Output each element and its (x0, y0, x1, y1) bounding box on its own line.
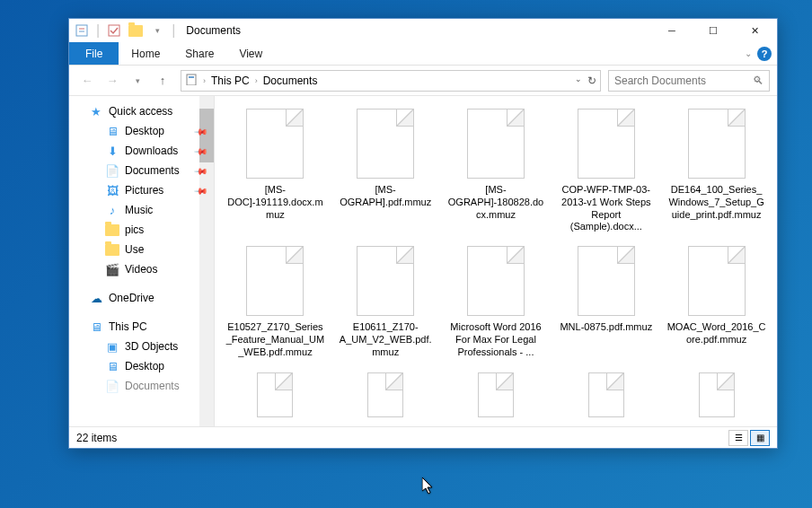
sidebar-item-label: Use (125, 243, 144, 256)
tab-home[interactable]: Home (119, 42, 172, 65)
checkbox-icon[interactable] (107, 23, 121, 38)
file-name: COP-WFP-TMP-03-2013-v1 Work Steps Report… (557, 184, 656, 233)
file-icon (357, 246, 414, 316)
mouse-cursor (422, 477, 435, 495)
file-item[interactable]: [MS-DOC]-191119.docx.mmuz (222, 105, 329, 237)
folder-icon[interactable] (128, 23, 143, 38)
ribbon-chevron-icon[interactable]: ⌄ (745, 48, 752, 58)
file-icon (367, 372, 403, 417)
main-area: ★ Quick access 🖥Desktop📌 ⬇Downloads📌 📄Do… (69, 96, 777, 426)
sidebar-item-label: Pictures (125, 184, 163, 197)
file-item-partial[interactable] (552, 369, 659, 426)
search-icon[interactable]: 🔍︎ (753, 74, 763, 87)
tab-view[interactable]: View (226, 42, 275, 65)
music-icon: ♪ (105, 203, 119, 217)
file-icon (246, 109, 304, 179)
file-item[interactable]: MOAC_Word_2016_Core.pdf.mmuz (663, 242, 770, 362)
sidebar-item-3dobjects[interactable]: ▣3D Objects (69, 337, 214, 356)
file-item[interactable]: MNL-0875.pdf.mmuz (552, 242, 659, 362)
chevron-right-icon[interactable]: › (255, 76, 258, 85)
dropdown-icon[interactable]: ▾ (150, 23, 164, 38)
sidebar-item-label: Downloads (125, 145, 178, 157)
file-item[interactable]: COP-WFP-TMP-03-2013-v1 Work Steps Report… (552, 105, 659, 237)
file-list-pane[interactable]: [MS-DOC]-191119.docx.mmuz[MS-OGRAPH].pdf… (215, 96, 777, 426)
desktop-icon: 🖥 (105, 124, 119, 138)
sidebar-item-documents[interactable]: 📄Documents📌 (69, 161, 214, 180)
sidebar-onedrive[interactable]: ☁OneDrive (69, 288, 214, 308)
file-item[interactable]: [MS-OGRAPH].pdf.mmuz (332, 105, 439, 237)
file-name: [MS-DOC]-191119.docx.mmuz (225, 184, 324, 221)
ribbon-tabs: File Home Share View ⌄ ? (69, 42, 777, 66)
up-button[interactable]: ↑ (152, 70, 173, 92)
sidebar-item-documents-pc[interactable]: 📄Documents (69, 376, 214, 396)
divider: | (172, 22, 175, 39)
recent-dropdown[interactable]: ▾ (127, 70, 148, 92)
chevron-right-icon[interactable]: › (203, 76, 206, 85)
file-name: MOAC_Word_2016_Core.pdf.mmuz (667, 321, 766, 346)
icons-view-button[interactable]: ▦ (750, 430, 770, 446)
file-tab[interactable]: File (69, 42, 119, 65)
sidebar-item-downloads[interactable]: ⬇Downloads📌 (69, 141, 214, 161)
help-icon[interactable]: ? (757, 47, 772, 61)
sidebar-item-label: Desktop (125, 125, 164, 137)
breadcrumb-thispc[interactable]: This PC (211, 74, 250, 87)
details-view-button[interactable]: ☰ (728, 430, 748, 446)
sidebar-item-label: Documents (125, 380, 180, 392)
search-box[interactable]: 🔍︎ (608, 70, 770, 92)
minimize-button[interactable]: ─ (651, 19, 693, 42)
address-bar[interactable]: › This PC › Documents ⌄ ↻ (181, 70, 601, 92)
file-item[interactable]: DE164_100_Series_Windows_7_Setup_Guide_p… (663, 105, 770, 237)
back-button[interactable]: ← (76, 70, 98, 92)
sidebar-item-pictures[interactable]: 🖼Pictures📌 (69, 180, 214, 200)
file-item-partial[interactable] (332, 369, 439, 426)
sidebar-thispc[interactable]: 🖥This PC (69, 317, 214, 337)
file-name: E10611_Z170-A_UM_V2_WEB.pdf.mmuz (336, 321, 435, 358)
3d-icon: ▣ (105, 339, 119, 354)
explorer-window: | ▾ | Documents ─ ☐ ✕ File Home Share Vi… (68, 18, 778, 449)
properties-icon[interactable] (75, 23, 89, 38)
refresh-icon[interactable]: ↻ (587, 74, 596, 87)
file-icon (688, 109, 746, 179)
sidebar-item-desktop-pc[interactable]: 🖥Desktop (69, 356, 214, 376)
sidebar-item-desktop[interactable]: 🖥Desktop📌 (69, 121, 214, 141)
file-icon (467, 109, 525, 179)
file-item[interactable]: Microsoft Word 2016 For Max For Legal Pr… (443, 242, 550, 362)
search-input[interactable] (614, 74, 753, 87)
sidebar-item-pics[interactable]: pics (69, 220, 214, 240)
file-name: Microsoft Word 2016 For Max For Legal Pr… (446, 321, 545, 358)
sidebar-item-label: 3D Objects (125, 340, 178, 353)
sidebar-item-music[interactable]: ♪Music (69, 200, 214, 220)
file-item-partial[interactable] (443, 369, 550, 426)
file-item-partial[interactable] (222, 369, 329, 426)
file-item[interactable]: E10527_Z170_Series_Feature_Manual_UM_WEB… (222, 242, 329, 362)
address-dropdown-icon[interactable]: ⌄ (575, 74, 582, 87)
file-item-partial[interactable] (663, 369, 770, 426)
sidebar-quick-access[interactable]: ★ Quick access (69, 101, 214, 121)
svg-rect-3 (109, 25, 119, 36)
star-icon: ★ (89, 104, 103, 118)
file-name: DE164_100_Series_Windows_7_Setup_Guide_p… (667, 184, 766, 221)
documents-icon: 📄 (105, 379, 119, 393)
tab-share[interactable]: Share (172, 42, 226, 65)
breadcrumb-documents[interactable]: Documents (263, 74, 318, 87)
maximize-button[interactable]: ☐ (693, 19, 734, 42)
svg-rect-4 (187, 74, 196, 85)
file-name: MNL-0875.pdf.mmuz (560, 321, 652, 334)
file-name: [MS-OGRAPH].pdf.mmuz (336, 184, 435, 209)
documents-breadcrumb-icon (185, 73, 198, 88)
sidebar-item-use[interactable]: Use (69, 240, 214, 259)
close-button[interactable]: ✕ (734, 19, 775, 42)
forward-button[interactable]: → (102, 70, 123, 92)
file-name: E10527_Z170_Series_Feature_Manual_UM_WEB… (225, 321, 324, 358)
svg-rect-0 (76, 25, 87, 36)
file-icon (699, 372, 735, 417)
file-item[interactable]: E10611_Z170-A_UM_V2_WEB.pdf.mmuz (332, 242, 439, 362)
file-name: [MS-OGRAPH]-180828.docx.mmuz (446, 184, 545, 221)
sidebar-item-videos[interactable]: 🎬Videos (69, 259, 214, 279)
item-count: 22 items (76, 432, 117, 444)
file-icon (246, 246, 304, 316)
divider: | (96, 22, 100, 39)
onedrive-icon: ☁ (89, 291, 103, 305)
file-item[interactable]: [MS-OGRAPH]-180828.docx.mmuz (443, 105, 550, 237)
sidebar-item-label: Desktop (125, 360, 164, 372)
